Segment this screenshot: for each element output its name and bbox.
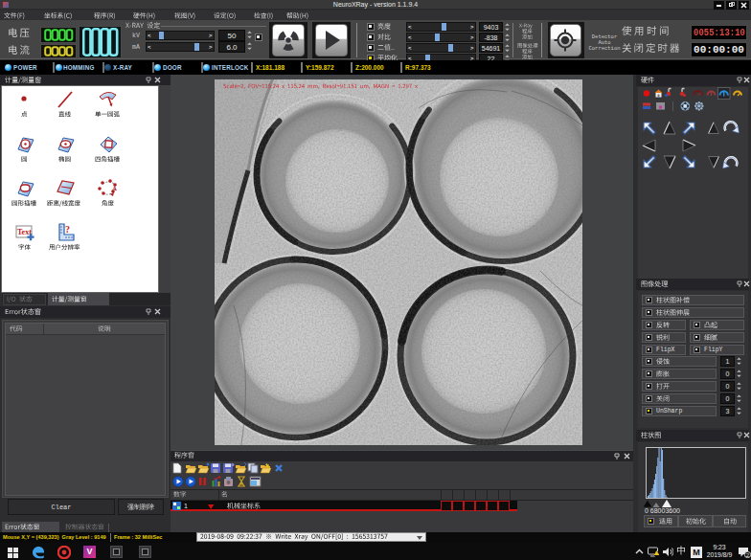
svg-text:A: A [112,185,117,192]
svg-text:?: ? [65,224,70,235]
